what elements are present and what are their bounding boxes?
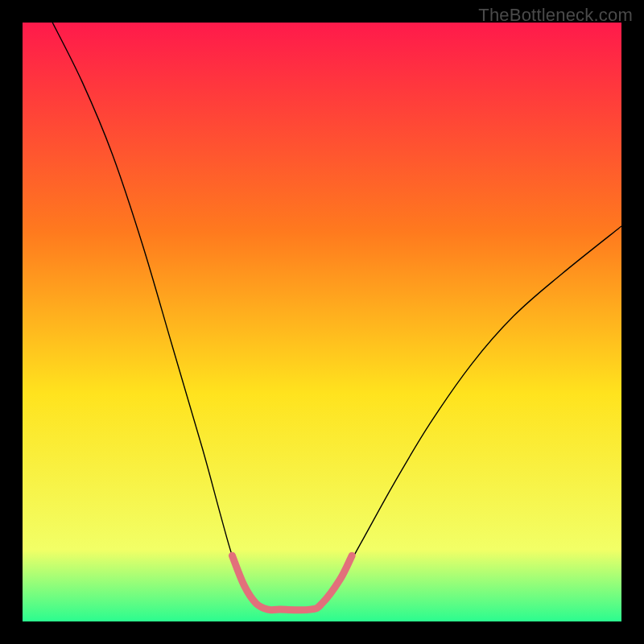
chart-frame: TheBottleneck.com [0, 0, 644, 644]
plot-area [23, 23, 621, 621]
gradient-background [23, 23, 621, 621]
watermark-text: TheBottleneck.com [478, 5, 633, 26]
chart-svg [23, 23, 621, 621]
